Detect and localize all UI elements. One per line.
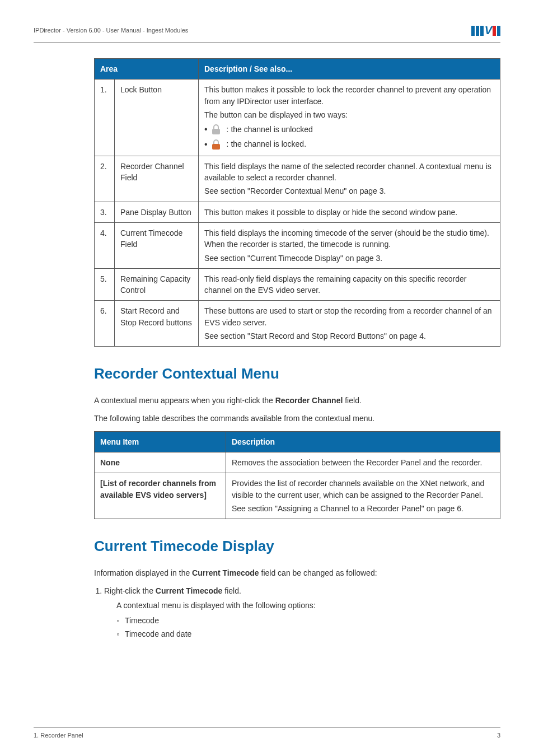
breadcrumb: IPDirector - Version 6.00 - User Manual … <box>34 26 188 35</box>
text: Right-click the <box>104 586 156 595</box>
paragraph: The following table describes the comman… <box>94 413 500 424</box>
col-description-header: Description <box>226 431 500 452</box>
row-name: Current Timecode Field <box>115 222 199 268</box>
desc-text: These buttons are used to start or stop … <box>204 305 494 328</box>
table-row: None Removes the association between the… <box>95 452 500 473</box>
desc-text: Provides the list of recorder channels a… <box>232 478 494 501</box>
row-desc: This field displays the name of the sele… <box>199 156 500 202</box>
text: field can be changed as followed: <box>259 568 377 577</box>
paragraph: A contextual menu appears when you right… <box>94 395 500 406</box>
menu-item-cell: None <box>95 452 226 473</box>
paragraph: Information displayed in the Current Tim… <box>94 567 500 578</box>
page-footer: 1. Recorder Panel 3 <box>34 727 500 740</box>
col-area-header: Area <box>95 59 199 80</box>
row-num: 3. <box>95 202 115 222</box>
ordered-steps: Right-click the Current Timecode field. … <box>104 585 500 640</box>
row-name: Pane Display Button <box>115 202 199 222</box>
list-item: Timecode and date <box>116 628 500 640</box>
row-name: Remaining Capacity Control <box>115 268 199 301</box>
row-desc: These buttons are used to start or stop … <box>199 301 500 347</box>
text: field. <box>343 396 361 405</box>
table-row: 1. Lock Button This button makes it poss… <box>95 80 500 156</box>
row-desc: This field displays the incoming timecod… <box>199 222 500 268</box>
row-name: Recorder Channel Field <box>115 156 199 202</box>
col-desc-header: Description / See also... <box>199 59 500 80</box>
section-title-current-timecode-display: Current Timecode Display <box>94 536 500 557</box>
row-num: 4. <box>95 222 115 268</box>
bullet-icon: • <box>204 125 208 134</box>
col-menu-item-header: Menu Item <box>95 431 226 452</box>
desc-text: : the channel is locked. <box>227 138 306 150</box>
see-also-text: See section "Start Record and Stop Recor… <box>204 330 494 342</box>
row-name: Start Record and Stop Record buttons <box>115 301 199 347</box>
see-also-text: See section "Recorder Contextual Menu" o… <box>204 185 494 197</box>
options-list: Timecode Timecode and date <box>116 615 500 640</box>
table-row: 2. Recorder Channel Field This field dis… <box>95 156 500 202</box>
desc-text: : the channel is unlocked <box>227 124 313 135</box>
list-item: Timecode <box>116 615 500 626</box>
text: field. <box>222 586 241 595</box>
list-item: Right-click the Current Timecode field. … <box>104 585 500 640</box>
lock-open-icon <box>211 124 221 134</box>
evs-logo: V <box>471 22 500 39</box>
row-desc: This read-only field displays the remain… <box>199 268 500 301</box>
page-number: 3 <box>497 731 500 740</box>
table-row: 5. Remaining Capacity Control This read-… <box>95 268 500 301</box>
menu-desc-cell: Provides the list of recorder channels a… <box>226 473 500 519</box>
text: A contextual menu appears when you right… <box>94 396 275 405</box>
desc-text: The button can be displayed in two ways: <box>204 109 494 120</box>
table-row: 3. Pane Display Button This button makes… <box>95 202 500 222</box>
text-bold: Recorder Channel <box>275 396 343 405</box>
bullet-icon: • <box>204 140 208 149</box>
text-bold: Current Timecode <box>156 586 223 595</box>
table-row: [List of recorder channels from availabl… <box>95 473 500 519</box>
menu-desc-cell: Removes the association between the Reco… <box>226 452 500 473</box>
row-num: 2. <box>95 156 115 202</box>
area-description-table: Area Description / See also... 1. Lock B… <box>94 58 500 347</box>
section-title-recorder-contextual-menu: Recorder Contextual Menu <box>94 363 500 385</box>
text-bold: Current Timecode <box>192 568 259 577</box>
footer-section-label: 1. Recorder Panel <box>34 731 83 740</box>
row-num: 1. <box>95 80 115 156</box>
row-desc: This button makes it possible to lock th… <box>199 80 500 156</box>
table-row: 6. Start Record and Stop Record buttons … <box>95 301 500 347</box>
see-also-text: See section "Current Timecode Display" o… <box>204 253 494 264</box>
desc-text: This field displays the name of the sele… <box>204 161 494 184</box>
row-num: 6. <box>95 301 115 347</box>
row-name: Lock Button <box>115 80 199 156</box>
page-header: IPDirector - Version 6.00 - User Manual … <box>34 22 500 43</box>
desc-text: This field displays the incoming timecod… <box>204 227 494 250</box>
table-row: 4. Current Timecode Field This field dis… <box>95 222 500 268</box>
menu-item-cell: [List of recorder channels from availabl… <box>95 473 226 519</box>
desc-text: This button makes it possible to lock th… <box>204 84 494 107</box>
sub-text: A contextual menu is displayed with the … <box>116 600 500 611</box>
see-also-text: See section "Assigning a Channel to a Re… <box>232 503 494 514</box>
menu-item-table: Menu Item Description None Removes the a… <box>94 431 500 519</box>
row-num: 5. <box>95 268 115 301</box>
lock-closed-icon <box>211 139 221 150</box>
row-desc: This button makes it possible to display… <box>199 202 500 222</box>
text: Information displayed in the <box>94 568 192 577</box>
